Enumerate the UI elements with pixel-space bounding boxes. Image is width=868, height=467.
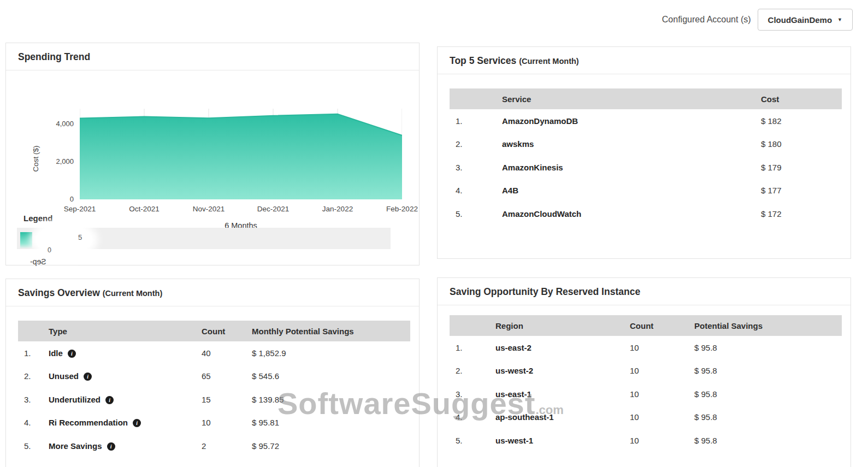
service-name: A4B	[502, 186, 761, 195]
table-header: Type Count Monthly Potential Savings	[18, 321, 410, 341]
region-savings: $ 95.8	[694, 389, 842, 399]
table-row: 3. us-east-1 10 $ 95.8	[450, 382, 842, 406]
info-icon[interactable]: i	[105, 396, 114, 404]
col-region: Region	[495, 321, 630, 330]
legend-bar: 5	[17, 228, 391, 249]
series-color-swatch	[20, 232, 32, 249]
savings-amount: $ 95.72	[252, 441, 410, 451]
legend-artifact-mirrored: Sep-	[30, 257, 46, 266]
ri-opportunity-table: Region Count Potential Savings 1. us-eas…	[450, 315, 842, 452]
table-row: 4. Ri Recommendationi 10 $ 95.81	[18, 411, 410, 435]
x-tick: Jan-2022	[322, 205, 353, 213]
panel-title: Savings Overview (Current Month)	[6, 279, 419, 306]
savings-count: 40	[202, 348, 252, 358]
savings-type: Unused	[49, 371, 79, 381]
x-axis-ticks: Sep-2021 Oct-2021 Nov-2021 Dec-2021 Jan-…	[80, 205, 402, 215]
region-name: us-east-1	[495, 389, 630, 399]
legend-artifact-zero: 0	[48, 246, 51, 254]
account-selector-dropdown[interactable]: CloudGainDemo ▼	[758, 9, 853, 31]
savings-count: 65	[202, 371, 252, 381]
y-tick: 0	[34, 195, 74, 203]
region-count: 10	[630, 412, 694, 422]
service-cost: $ 182	[761, 116, 842, 126]
savings-count: 10	[202, 418, 252, 427]
configured-accounts-label: Configured Account (s)	[662, 15, 751, 25]
region-count: 10	[630, 343, 694, 352]
region-savings: $ 95.8	[694, 436, 842, 445]
col-type: Type	[49, 327, 202, 336]
region-count: 10	[630, 366, 694, 375]
col-count: Count	[202, 327, 252, 336]
table-row: 2. Unusedi 65 $ 545.6	[18, 365, 410, 388]
x-tick: Nov-2021	[193, 205, 225, 213]
service-name: AmazonKinesis	[502, 163, 761, 172]
x-tick: Oct-2021	[129, 205, 160, 213]
region-savings: $ 95.8	[694, 366, 842, 375]
region-savings: $ 95.8	[694, 343, 842, 352]
legend-title: Legend	[23, 214, 52, 223]
savings-amount: $ 545.6	[252, 371, 410, 381]
info-icon[interactable]: i	[133, 419, 141, 427]
x-tick: Feb-2022	[386, 205, 418, 213]
service-cost: $ 180	[761, 139, 842, 149]
region-count: 10	[630, 389, 694, 399]
savings-count: 15	[202, 395, 252, 404]
table-row: 2. awskms $ 180	[450, 133, 842, 156]
info-icon[interactable]: i	[107, 442, 115, 451]
spending-trend-panel: Spending Trend Cost ($) 4,000 2,000 0 Se…	[5, 43, 420, 265]
panel-title: Top 5 Services (Current Month)	[438, 47, 851, 74]
account-selector-value: CloudGainDemo	[768, 15, 832, 25]
service-cost: $ 179	[761, 163, 842, 172]
panel-title-text: Savings Overview	[18, 287, 100, 298]
table-row: 4. A4B $ 177	[450, 179, 842, 203]
savings-overview-table: Type Count Monthly Potential Savings 1. …	[18, 321, 410, 458]
panel-title: Saving Opportunity By Reserved Instance	[438, 278, 851, 305]
table-row: 3. AmazonKinesis $ 179	[450, 156, 842, 179]
table-row: 1. AmazonDynamoDB $ 182	[450, 109, 842, 133]
savings-type: Idle	[49, 348, 63, 358]
account-bar: Configured Account (s) CloudGainDemo ▼	[662, 9, 853, 31]
ri-opportunity-panel: Saving Opportunity By Reserved Instance …	[437, 277, 851, 467]
chart-plot-area	[80, 109, 402, 199]
savings-amount: $ 95.81	[252, 418, 410, 427]
region-count: 10	[630, 436, 694, 445]
table-header: Service Cost	[450, 88, 842, 109]
region-name: us-west-2	[495, 366, 630, 375]
table-header: Region Count Potential Savings	[450, 315, 842, 336]
info-icon[interactable]: i	[84, 373, 92, 381]
top-services-panel: Top 5 Services (Current Month) Service C…	[437, 46, 851, 259]
table-row: 5. us-west-1 10 $ 95.8	[450, 429, 842, 452]
x-tick: Sep-2021	[64, 205, 96, 213]
savings-type: More Savings	[49, 441, 102, 451]
savings-amount: $ 1,852.9	[252, 348, 410, 358]
region-name: ap-southeast-1	[495, 412, 630, 422]
table-row: 2. us-west-2 10 $ 95.8	[450, 359, 842, 383]
savings-overview-panel: Savings Overview (Current Month) Type Co…	[5, 279, 420, 467]
panel-title: Spending Trend	[6, 43, 419, 70]
col-cost: Cost	[761, 94, 842, 104]
table-row: 5. AmazonCloudWatch $ 172	[450, 202, 842, 226]
service-cost: $ 172	[761, 209, 842, 218]
panel-subtitle: (Current Month)	[103, 289, 163, 298]
region-name: us-west-1	[495, 436, 630, 445]
savings-amount: $ 139.85	[252, 395, 410, 404]
col-savings: Potential Savings	[694, 321, 842, 330]
table-row: 4. ap-southeast-1 10 $ 95.8	[450, 406, 842, 429]
table-row: 1. us-east-2 10 $ 95.8	[450, 336, 842, 359]
savings-type: Underutilized	[49, 395, 101, 404]
info-icon[interactable]: i	[68, 350, 76, 358]
col-savings: Monthly Potential Savings	[252, 327, 410, 336]
col-service: Service	[502, 94, 761, 104]
area-chart-svg	[80, 109, 402, 199]
region-savings: $ 95.8	[694, 412, 842, 422]
chevron-down-icon: ▼	[837, 17, 842, 22]
legend-artifact-text: 5	[78, 233, 82, 241]
service-name: AmazonCloudWatch	[502, 209, 761, 218]
savings-type: Ri Recommendation	[49, 418, 128, 427]
blur-smudge	[36, 224, 92, 255]
service-cost: $ 177	[761, 186, 842, 195]
table-row: 3. Underutilizedi 15 $ 139.85	[18, 388, 410, 411]
table-row: 1. Idlei 40 $ 1,852.9	[18, 341, 410, 365]
col-count: Count	[630, 321, 694, 330]
service-name: AmazonDynamoDB	[502, 116, 761, 126]
